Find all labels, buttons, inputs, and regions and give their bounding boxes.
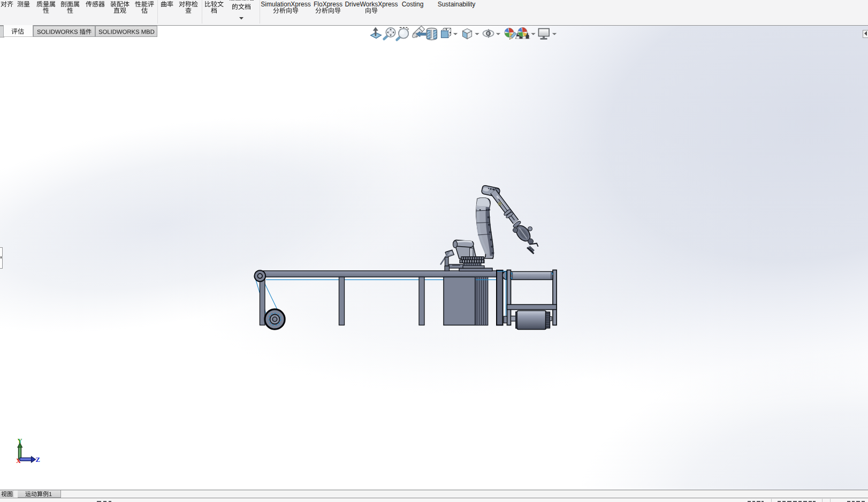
svg-text:Z: Z (36, 456, 40, 463)
svg-text:Y: Y (18, 437, 22, 445)
